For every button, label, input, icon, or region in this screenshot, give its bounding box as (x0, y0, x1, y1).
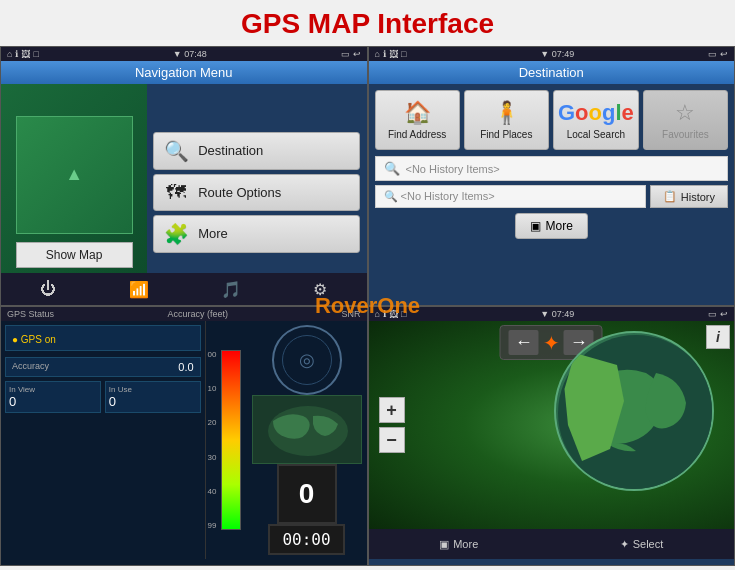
gps-on-text: GPS on (21, 334, 56, 345)
destination-buttons: 🏠 Find Address 🧍 Find Places Google Loca… (375, 90, 729, 150)
search-hist-icon-2: 🔍 (384, 190, 398, 202)
status-bar-4: ⌂ ℹ 🖼 □ ▼ 07:49 ▭ ↩ (369, 307, 735, 321)
time-4: 07:49 (552, 309, 575, 319)
find-places-button[interactable]: 🧍 Find Places (464, 90, 549, 150)
square-icon-4: □ (401, 309, 406, 319)
star-icon: ☆ (675, 100, 695, 126)
status-center-1: ▼ 07:48 (173, 49, 207, 59)
panels-grid: ⌂ ℹ 🖼 □ ▼ 07:48 ▭ ↩ Navigation Menu (0, 46, 735, 566)
destination-content: 🏠 Find Address 🧍 Find Places Google Loca… (369, 84, 735, 245)
bottom-bar-1: ⏻ 📶 🎵 ⚙ (1, 273, 367, 305)
find-places-label: Find Places (480, 129, 532, 140)
accuracy-value: 0.0 (178, 361, 193, 373)
more-map-label: More (453, 538, 478, 550)
map-display: ← ✦ → i + − (369, 321, 735, 529)
wifi-icon: 📶 (129, 280, 149, 299)
gps-status-panel: GPS Status Accuracy (feet) SNR ● GPS on … (0, 306, 368, 566)
speed-display: 0 (277, 464, 337, 524)
snr-title: SNR (341, 309, 360, 319)
select-icon: ✦ (620, 538, 629, 551)
back-icon-4: ↩ (720, 309, 728, 319)
gps-left-panel: ● GPS on Accuracy 0.0 In View 0 (1, 321, 206, 559)
speed-value: 0 (299, 478, 315, 510)
compass-rose-icon: ✦ (543, 331, 560, 355)
select-button[interactable]: ✦ Select (620, 538, 664, 551)
map-preview-area: Show Map (1, 84, 147, 300)
info-label: i (716, 329, 720, 345)
gps-on-panel: ● GPS on (5, 325, 201, 351)
nav-buttons-area: 🔍 Destination 🗺 Route Options 🧩 More (147, 84, 366, 300)
square-icon-2: □ (401, 49, 406, 59)
gps-right-panel: ◎ 0 00:00 (247, 321, 367, 559)
map-view-panel: ⌂ ℹ 🖼 □ ▼ 07:49 ▭ ↩ ← (368, 306, 736, 566)
info-button[interactable]: i (706, 325, 730, 349)
history-text-2: <No History Items> (401, 190, 495, 202)
settings-icon[interactable]: ⚙ (313, 280, 327, 299)
history-row-2-container: 🔍 <No History Items> 📋 History (375, 185, 729, 208)
history-side-button[interactable]: 📋 History (650, 185, 728, 208)
history-row-2: 🔍 <No History Items> (375, 185, 646, 208)
in-use-label: In Use (109, 385, 197, 394)
power-icon[interactable]: ⏻ (40, 280, 56, 298)
show-map-button[interactable]: Show Map (16, 242, 133, 268)
map-bottom-bar: ▣ More ✦ Select (369, 529, 735, 559)
globe-svg (556, 333, 714, 491)
route-icon: 🗺 (162, 181, 190, 204)
info-icon-1: ℹ (15, 49, 18, 59)
select-label: Select (633, 538, 664, 550)
music-icon[interactable]: 🎵 (221, 280, 241, 299)
accuracy-box: Accuracy 0.0 (5, 357, 201, 377)
more-map-icon: ▣ (439, 538, 449, 551)
local-search-label: Local Search (567, 129, 625, 140)
history-text-1: <No History Items> (406, 163, 500, 175)
gps-on-indicator: ● (12, 334, 21, 345)
time-display: 00:00 (268, 524, 344, 555)
home-icon-4: ⌂ (375, 309, 380, 319)
more-map-button[interactable]: ▣ More (439, 538, 478, 551)
more-dest-button[interactable]: ▣ More (515, 213, 588, 239)
zoom-controls: + − (379, 397, 405, 453)
accuracy-label: Accuracy (12, 361, 49, 373)
local-search-button[interactable]: Google Local Search (553, 90, 639, 150)
search-hist-icon-1: 🔍 (384, 161, 400, 176)
destination-title: Destination (369, 61, 735, 84)
more-dest-icon: ▣ (530, 219, 541, 233)
battery-icon-2: ▭ (708, 49, 717, 59)
favourites-label: Favourites (662, 129, 709, 140)
compass-inner: ◎ (282, 335, 332, 385)
find-address-button[interactable]: 🏠 Find Address (375, 90, 460, 150)
status-icons-4: ⌂ ℹ 🖼 □ (375, 309, 407, 319)
status-center-4: ▼ 07:49 (540, 309, 574, 319)
image-icon-4: 🖼 (389, 309, 398, 319)
page-title: GPS MAP Interface (0, 0, 735, 46)
route-options-button[interactable]: 🗺 Route Options (153, 174, 360, 211)
map-preview (16, 116, 133, 235)
destination-panel: ⌂ ℹ 🖼 □ ▼ 07:49 ▭ ↩ Destination (368, 46, 736, 306)
status-icons-right-1: ▭ ↩ (341, 49, 361, 59)
navigation-menu-panel: ⌂ ℹ 🖼 □ ▼ 07:48 ▭ ↩ Navigation Menu (0, 46, 368, 306)
house-icon: 🏠 (404, 100, 431, 126)
puzzle-icon: 🧩 (162, 222, 190, 246)
signal-icon-2: ▼ (540, 49, 549, 59)
world-map (252, 395, 362, 465)
zoom-in-button[interactable]: + (379, 397, 405, 423)
history-label: History (681, 191, 715, 203)
compass-circle: ◎ (272, 325, 342, 395)
favourites-button[interactable]: ☆ Favourites (643, 90, 728, 150)
zoom-out-button[interactable]: − (379, 427, 405, 453)
arrow-left-button[interactable]: ← (509, 330, 539, 355)
image-icon: 🖼 (21, 49, 30, 59)
more-button-nav[interactable]: 🧩 More (153, 215, 360, 253)
signal-icon: ▼ (173, 49, 182, 59)
time-2: 07:49 (552, 49, 575, 59)
history-row-1: 🔍 <No History Items> (375, 156, 729, 181)
status-bar-1: ⌂ ℹ 🖼 □ ▼ 07:48 ▭ ↩ (1, 47, 367, 61)
info-icon-2: ℹ (383, 49, 386, 59)
battery-icon-1: ▭ (341, 49, 350, 59)
google-icon: Google (558, 100, 634, 126)
status-icons-right-4: ▭ ↩ (708, 309, 728, 319)
in-use-value: 0 (109, 394, 197, 409)
nav-menu-content: Show Map 🔍 Destination 🗺 Route Options 🧩… (1, 84, 367, 300)
history-icon: 📋 (663, 190, 677, 203)
destination-button[interactable]: 🔍 Destination (153, 132, 360, 170)
